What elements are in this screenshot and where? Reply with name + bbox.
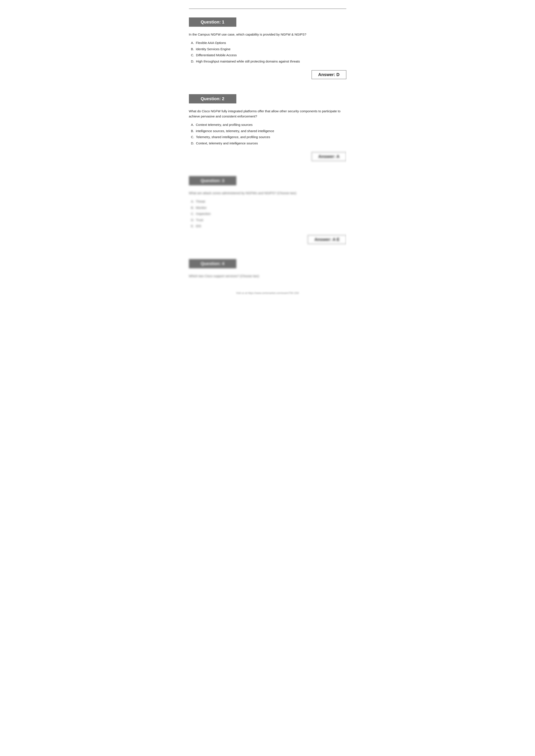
- question-2-options: A. Context telemetry, and profiling sour…: [191, 122, 346, 146]
- option-label: D.: [191, 60, 194, 63]
- question-1-answer-row: Answer: D: [189, 68, 346, 83]
- option-label: D.: [191, 141, 194, 145]
- list-item: C. Inspection: [191, 211, 346, 216]
- option-label: B.: [191, 129, 194, 133]
- option-label: C.: [191, 135, 194, 139]
- list-item: A. Context telemetry, and profiling sour…: [191, 122, 346, 127]
- option-text: Telemetry, shared intelligence, and prof…: [196, 135, 270, 139]
- question-1-header: Question: 1: [189, 17, 236, 27]
- list-item: B. Identity Services Engine: [191, 47, 346, 52]
- option-text: Context telemetry, and profiling sources: [196, 123, 253, 126]
- question-3-options: A. Threat B. Monitor C. Inspection D. Tr…: [191, 199, 346, 229]
- question-2-answer-box: Answer: A: [312, 152, 346, 161]
- option-text: High throughput maintained while still p…: [196, 60, 300, 63]
- question-2-header: Question: 2: [189, 94, 236, 103]
- option-text: intelligence sources, telemetry, and sha…: [196, 129, 274, 133]
- question-4-text: Which two Cisco support services? (Choos…: [189, 274, 346, 279]
- question-3-section: Question: 3 What are attack zones admini…: [189, 176, 346, 248]
- list-item: D. High throughput maintained while stil…: [191, 59, 346, 64]
- footer-text: Visit us at https://www.certsmarket.com/…: [189, 292, 346, 295]
- question-1-text: In the Campus NGFW use case, which capab…: [189, 32, 346, 37]
- question-3-answer-row: Answer: A E: [189, 233, 346, 248]
- question-2-text: What do Cisco NGFW fully integrated plat…: [189, 109, 346, 119]
- list-item: C. Differentiated Mobile Access: [191, 53, 346, 58]
- question-4-header: Question: 4: [189, 259, 236, 268]
- option-text: Differentiated Mobile Access: [196, 53, 237, 57]
- list-item: E. IDS: [191, 224, 346, 229]
- list-item: C. Telemetry, shared intelligence, and p…: [191, 135, 346, 140]
- list-item: B. Monitor: [191, 205, 346, 210]
- top-divider: [189, 9, 346, 9]
- list-item: A. Threat: [191, 199, 346, 204]
- list-item: D. Trust: [191, 218, 346, 223]
- option-label: B.: [191, 47, 194, 51]
- question-2-answer-row: Answer: A: [189, 150, 346, 165]
- option-text: Identity Services Engine: [196, 47, 231, 51]
- option-label: C.: [191, 53, 194, 57]
- question-1-options: A. Flexible AAA Options B. Identity Serv…: [191, 40, 346, 64]
- option-label: A.: [191, 41, 194, 44]
- question-4-section: Question: 4 Which two Cisco support serv…: [189, 259, 346, 279]
- question-3-text: What are attack zones administered by NG…: [189, 191, 346, 196]
- question-1-answer-box: Answer: D: [312, 70, 346, 79]
- list-item: D. Context, telemetry and intelligence s…: [191, 141, 346, 146]
- option-label: A.: [191, 123, 194, 126]
- option-text: Flexible AAA Options: [196, 41, 226, 44]
- option-text: Context, telemetry and intelligence sour…: [196, 141, 258, 145]
- list-item: B. intelligence sources, telemetry, and …: [191, 129, 346, 134]
- list-item: A. Flexible AAA Options: [191, 40, 346, 45]
- question-3-answer-box: Answer: A E: [308, 235, 346, 244]
- question-1-section: Question: 1 In the Campus NGFW use case,…: [189, 17, 346, 83]
- question-3-header: Question: 3: [189, 176, 236, 185]
- question-2-section: Question: 2 What do Cisco NGFW fully int…: [189, 94, 346, 165]
